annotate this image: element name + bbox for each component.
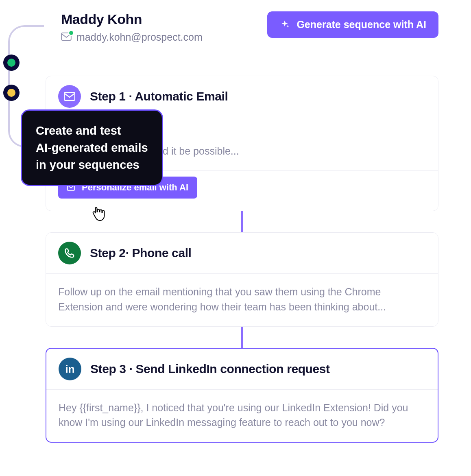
linkedin-icon: in	[59, 358, 81, 380]
step-body: Follow up on the email mentioning that y…	[46, 274, 438, 326]
step-header: Step 2· Phone call	[46, 233, 438, 274]
step-header: in Step 3 · Send LinkedIn connection req…	[46, 349, 438, 390]
contact-block: Maddy Kohn maddy.kohn@prospect.com	[61, 11, 203, 43]
linkedin-message: Hey {{first_name}}, I noticed that you'r…	[59, 400, 425, 430]
phone-icon	[58, 242, 81, 264]
generate-sequence-label: Generate sequence with AI	[297, 19, 426, 31]
contact-email: maddy.kohn@prospect.com	[76, 31, 203, 43]
step-title: Step 1 · Automatic Email	[90, 90, 228, 103]
step-connector	[241, 211, 243, 232]
step-body: Hey {{first_name}}, I noticed that you'r…	[46, 390, 438, 442]
timeline-dot-yellow	[3, 85, 20, 101]
envelope-sparkle-icon	[67, 183, 77, 192]
step-title: Step 2· Phone call	[90, 246, 192, 260]
svg-rect-1	[64, 92, 75, 100]
envelope-icon	[58, 85, 81, 108]
call-script: Follow up on the email mentioning that y…	[58, 284, 426, 314]
step-title: Step 3 · Send LinkedIn connection reques…	[90, 362, 330, 376]
contact-name: Maddy Kohn	[61, 11, 203, 27]
generate-sequence-button[interactable]: Generate sequence with AI	[267, 11, 438, 38]
pointer-cursor-icon	[91, 205, 106, 221]
step-connector	[241, 327, 243, 348]
step-card-2[interactable]: Step 2· Phone call Follow up on the emai…	[46, 232, 438, 327]
contact-email-row: maddy.kohn@prospect.com	[61, 31, 203, 43]
step-card-3[interactable]: in Step 3 · Send LinkedIn connection req…	[46, 348, 438, 443]
header: Maddy Kohn maddy.kohn@prospect.com Gener…	[61, 11, 438, 43]
sparkle-icon	[279, 20, 290, 30]
ai-tooltip: Create and test AI-generated emails in y…	[22, 111, 162, 185]
envelope-verified-icon	[61, 33, 72, 42]
timeline-dot-green	[3, 55, 20, 71]
